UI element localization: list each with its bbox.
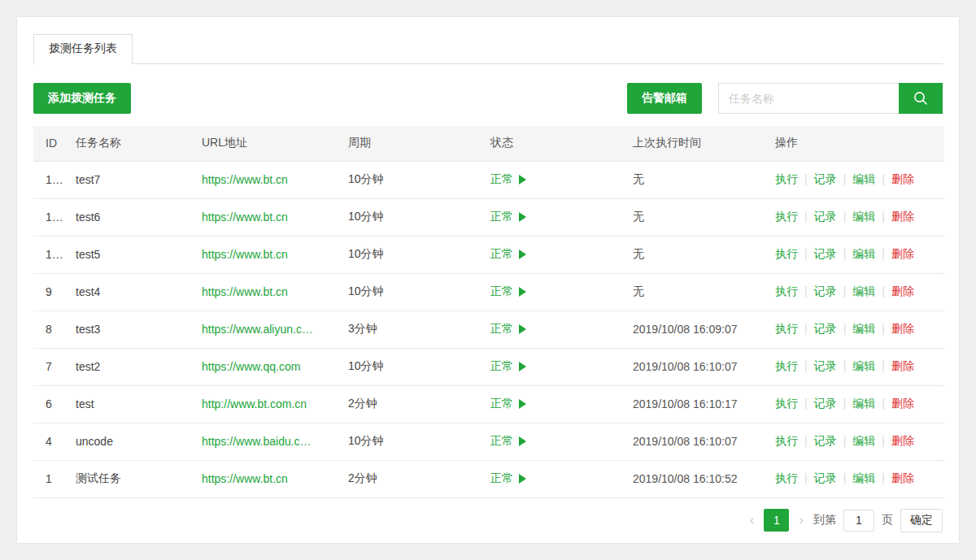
task-url-link[interactable]: https://www.bt.cn	[202, 472, 288, 485]
next-page-icon[interactable]: ›	[796, 512, 806, 528]
delete-action-link[interactable]: 删除	[891, 322, 914, 335]
task-period-cell: 2分钟	[338, 460, 481, 497]
log-action-link[interactable]: 记录	[814, 210, 837, 223]
log-action-link[interactable]: 记录	[814, 359, 837, 372]
task-id-cell: 4	[33, 423, 66, 460]
action-separator: |	[882, 322, 885, 335]
delete-action-link[interactable]: 删除	[891, 434, 914, 447]
run-action-link[interactable]: 执行	[775, 172, 798, 185]
action-separator: |	[843, 359, 847, 372]
task-url-link[interactable]: https://www.bt.cn	[202, 211, 288, 224]
run-action-link[interactable]: 执行	[775, 284, 798, 297]
task-url-cell: https://www.bt.cn	[192, 236, 338, 273]
action-separator: |	[804, 247, 808, 260]
search-button[interactable]	[899, 83, 943, 114]
run-action-link[interactable]: 执行	[775, 397, 798, 410]
task-last-run-cell: 无	[623, 161, 765, 198]
action-separator: |	[882, 359, 885, 372]
action-separator: |	[804, 397, 808, 410]
table-row: 9test4https://www.bt.cn10分钟正常无执行|记录|编辑|删…	[33, 273, 944, 310]
log-action-link[interactable]: 记录	[814, 397, 837, 410]
edit-action-link[interactable]: 编辑	[852, 247, 875, 260]
run-action-link[interactable]: 执行	[775, 210, 798, 223]
alert-mail-button[interactable]: 告警邮箱	[627, 83, 702, 114]
task-url-link[interactable]: https://www.bt.cn	[202, 173, 288, 186]
prev-page-icon[interactable]: ‹	[747, 512, 757, 528]
play-icon[interactable]	[519, 287, 526, 297]
action-separator: |	[804, 210, 808, 223]
goto-page-input[interactable]	[843, 510, 874, 532]
delete-action-link[interactable]: 删除	[891, 359, 914, 372]
delete-action-link[interactable]: 删除	[891, 471, 914, 484]
tab-dial-test-list[interactable]: 拨测任务列表	[33, 34, 133, 64]
table-row: 4uncodehttps://www.baidu.c…10分钟正常2019/10…	[33, 423, 944, 460]
task-url-link[interactable]: https://www.bt.cn	[202, 248, 288, 261]
goto-page-suffix: 页	[882, 513, 893, 527]
run-action-link[interactable]: 执行	[775, 359, 798, 372]
action-separator: |	[843, 434, 847, 447]
log-action-link[interactable]: 记录	[814, 471, 837, 484]
edit-action-link[interactable]: 编辑	[852, 322, 875, 335]
task-url-link[interactable]: https://www.aliyun.c…	[202, 323, 313, 336]
column-header: 状态	[481, 126, 623, 161]
play-icon[interactable]	[519, 250, 526, 259]
task-status-cell: 正常	[481, 198, 623, 236]
play-icon[interactable]	[519, 436, 526, 446]
log-action-link[interactable]: 记录	[814, 434, 837, 447]
log-action-link[interactable]: 记录	[814, 322, 837, 335]
table-row: 1…test6https://www.bt.cn10分钟正常无执行|记录|编辑|…	[33, 198, 944, 236]
edit-action-link[interactable]: 编辑	[852, 284, 875, 297]
add-task-button[interactable]: 添加拨测任务	[33, 83, 131, 114]
action-separator: |	[843, 172, 847, 185]
task-name-cell: test3	[66, 310, 192, 348]
status-label: 正常	[490, 210, 513, 223]
goto-confirm-button[interactable]: 确定	[900, 509, 943, 532]
delete-action-link[interactable]: 删除	[891, 172, 914, 185]
dial-test-panel: 拨测任务列表 添加拨测任务 告警邮箱	[16, 16, 960, 544]
run-action-link[interactable]: 执行	[775, 434, 798, 447]
log-action-link[interactable]: 记录	[814, 172, 837, 185]
task-period-cell: 10分钟	[338, 273, 481, 310]
delete-action-link[interactable]: 删除	[891, 210, 914, 223]
action-separator: |	[804, 284, 808, 297]
play-icon[interactable]	[519, 399, 526, 409]
task-url-link[interactable]: https://www.bt.cn	[202, 285, 288, 298]
column-header: 周期	[338, 126, 481, 161]
task-url-cell: http://www.bt.com.cn	[192, 385, 338, 423]
edit-action-link[interactable]: 编辑	[852, 434, 875, 447]
play-icon[interactable]	[519, 324, 526, 334]
play-icon[interactable]	[519, 362, 526, 371]
task-id-cell: 1…	[33, 198, 66, 236]
task-url-link[interactable]: https://www.baidu.c…	[202, 435, 312, 448]
tab-bar: 拨测任务列表	[33, 17, 943, 64]
status-label: 正常	[490, 247, 513, 260]
edit-action-link[interactable]: 编辑	[852, 172, 875, 185]
action-separator: |	[843, 471, 847, 484]
play-icon[interactable]	[519, 212, 526, 222]
action-separator: |	[843, 210, 847, 223]
delete-action-link[interactable]: 删除	[891, 284, 914, 297]
task-url-link[interactable]: https://www.qq.com	[202, 360, 300, 373]
play-icon[interactable]	[519, 474, 526, 484]
edit-action-link[interactable]: 编辑	[852, 471, 875, 484]
run-action-link[interactable]: 执行	[775, 471, 798, 484]
current-page-button[interactable]: 1	[764, 509, 789, 532]
table-header-row: ID任务名称URL地址周期状态上次执行时间操作	[33, 126, 944, 161]
edit-action-link[interactable]: 编辑	[852, 397, 875, 410]
task-id-cell: 9	[33, 273, 66, 310]
run-action-link[interactable]: 执行	[775, 247, 798, 260]
search-input[interactable]	[718, 83, 899, 114]
task-status-cell: 正常	[481, 460, 623, 497]
run-action-link[interactable]: 执行	[775, 322, 798, 335]
log-action-link[interactable]: 记录	[814, 284, 837, 297]
action-separator: |	[804, 434, 808, 447]
play-icon[interactable]	[519, 175, 526, 184]
task-period-cell: 10分钟	[338, 236, 481, 273]
delete-action-link[interactable]: 删除	[891, 247, 914, 260]
task-url-cell: https://www.bt.cn	[192, 460, 338, 497]
edit-action-link[interactable]: 编辑	[852, 359, 875, 372]
task-url-link[interactable]: http://www.bt.com.cn	[202, 397, 307, 410]
edit-action-link[interactable]: 编辑	[852, 210, 875, 223]
log-action-link[interactable]: 记录	[814, 247, 837, 260]
delete-action-link[interactable]: 删除	[891, 397, 914, 410]
